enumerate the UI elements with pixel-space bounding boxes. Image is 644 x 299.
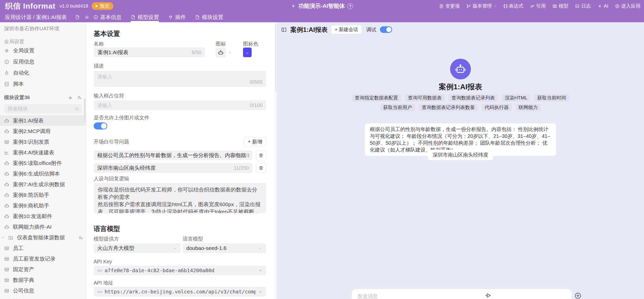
- upload-toggle[interactable]: [94, 122, 107, 130]
- robot-icon: [4, 203, 9, 208]
- gear-icon: [4, 48, 9, 53]
- collapse-panel-icon[interactable]: [281, 27, 287, 33]
- sidebar-module-case7[interactable]: 案例7:AI生成示例数据: [0, 179, 86, 190]
- menu-item-changes[interactable]: 变更项: [439, 3, 460, 9]
- menu-item-log[interactable]: 日志: [575, 3, 591, 9]
- opening-question-2[interactable]: 深圳市南山区南头经纬度 11/200: [94, 163, 252, 173]
- modules-section-header: 模块设置36: [4, 94, 82, 101]
- header-menu: 变更项 版本管理 { }表达式 引用 模型 日志 AI 进入应用: [439, 0, 640, 12]
- add-sort-icon[interactable]: [77, 95, 82, 100]
- sidebar: 深圳市基石协作UAT环境 全局设置 全局设置 应用信息 自动化 脚本 模块设置3…: [0, 22, 86, 299]
- sidebar-module-network-plugin[interactable]: 联网能力插件-AI: [0, 222, 86, 232]
- chat-input[interactable]: [357, 293, 557, 299]
- sidebar-module-data-dictionary[interactable]: 数据字典: [0, 275, 86, 285]
- chevron-down-icon[interactable]: [228, 51, 232, 55]
- sidebar-scrollbar[interactable]: [84, 99, 86, 123]
- sidebar-module-case8[interactable]: 案例8:简历助手: [0, 190, 86, 200]
- api-key-field[interactable]: <> a7fe0e78-da1e-4c82-bdae-a6b14200a80d: [94, 266, 266, 275]
- preview-button[interactable]: 预览: [92, 2, 113, 10]
- preview-panel: 案例1:AI报表 + 新建会话 调试 案例1:AI报表 查询指定数据表配置 查询…: [277, 22, 644, 299]
- delete-question-1-button[interactable]: [256, 150, 266, 160]
- tab-plugins[interactable]: 插件: [168, 12, 186, 22]
- app-logo: 织信 Informat: [5, 1, 55, 11]
- debug-label: 调试: [366, 26, 376, 33]
- icon-color-picker[interactable]: [243, 48, 252, 57]
- chevron-down-icon: [258, 268, 263, 273]
- sidebar-item-global-settings[interactable]: 全局设置: [0, 45, 86, 56]
- breadcrumb: 应用设计器 / 案例1:AI报表: [5, 12, 67, 22]
- input-placeholder-placeholder: 请输入: [97, 102, 250, 109]
- persona-textarea[interactable]: 你现在是织信低代码开发工程师，你可以结合织信数据表的数据去分析客户的需求 然后按…: [94, 183, 266, 213]
- sidebar-module-fixed-assets[interactable]: 固定资产: [0, 264, 86, 275]
- menu-item-reference[interactable]: 引用: [530, 3, 546, 9]
- sidebar-module-company-info[interactable]: 公司信息: [0, 285, 86, 296]
- sidebar-module-case6[interactable]: 案例6:生成织信脚本: [0, 168, 86, 179]
- sidebar-module-case3[interactable]: 案例3:识别发票: [0, 137, 86, 147]
- module-search-input[interactable]: [7, 106, 72, 112]
- sidebar-module-resume[interactable]: 简历: [0, 296, 86, 299]
- eject-icon[interactable]: [68, 95, 73, 100]
- sidebar-item-app-info[interactable]: 应用信息: [0, 56, 86, 67]
- sidebar-item-script[interactable]: 脚本: [0, 78, 86, 90]
- tab-model-settings[interactable]: 模型设置: [131, 12, 159, 22]
- sort-settings-icon[interactable]: [78, 235, 83, 240]
- description-textarea[interactable]: 请输入 0/500: [94, 71, 266, 87]
- sidebar-module-employees[interactable]: 员工: [0, 243, 86, 253]
- menu-item-version[interactable]: 版本管理: [466, 3, 497, 9]
- robot-icon: [4, 182, 9, 187]
- tab-module-settings[interactable]: 模块设置: [195, 12, 223, 22]
- menu-item-model[interactable]: 模型: [552, 3, 568, 9]
- icon-picker[interactable]: [216, 48, 226, 58]
- robot-icon: [4, 171, 9, 177]
- robot-icon: [218, 50, 224, 56]
- menu-item-expression[interactable]: { }表达式: [504, 3, 523, 9]
- modules-section-title: 模块设置36: [4, 94, 30, 101]
- sidebar-module-case10[interactable]: 案例10:发送邮件: [0, 211, 86, 222]
- caret-right-icon[interactable]: [1, 236, 5, 239]
- preview-title: 案例1:AI报表: [290, 26, 328, 34]
- scrollbar-thumb[interactable]: [275, 24, 276, 92]
- sidebar-module-salary-records[interactable]: 员工薪资发放记录: [0, 253, 86, 264]
- tab-basic-info[interactable]: 基本信息: [93, 12, 122, 22]
- name-input[interactable]: [97, 49, 192, 56]
- sidebar-module-case2[interactable]: 案例2:MCP调用: [0, 126, 86, 137]
- persona-label: 人设与回复逻辑: [94, 176, 266, 181]
- api-key-label: API Key: [94, 259, 266, 264]
- icon-color-label: 图标色: [243, 41, 258, 47]
- help-icon[interactable]: ?: [347, 3, 353, 9]
- page-icon[interactable]: [75, 15, 80, 20]
- sidebar-module-case4[interactable]: 案例4:AI快速建表: [0, 147, 86, 158]
- capability-tag: 查询可用数据表: [405, 94, 445, 102]
- sidebar-module-case5[interactable]: 案例5:读取office附件: [0, 158, 86, 168]
- provider-select[interactable]: 火山方舟大模型: [94, 243, 181, 253]
- sidebar-item-automation[interactable]: 自动化: [0, 67, 86, 78]
- api-url-field[interactable]: <> https://ark.cn-beijing.volces.com/api…: [94, 287, 266, 296]
- center-panel-scrollbar[interactable]: [275, 22, 277, 299]
- input-placeholder-field[interactable]: 请输入 0/100: [94, 100, 266, 110]
- delete-question-2-button[interactable]: [256, 163, 266, 173]
- icon-label: 图标: [216, 41, 232, 47]
- add-question-button[interactable]: + 新增: [244, 137, 266, 146]
- doc-icon: [439, 4, 444, 9]
- attach-plus-icon[interactable]: [574, 292, 582, 299]
- debug-toggle[interactable]: [380, 26, 392, 33]
- sidebar-module-case1[interactable]: 案例1:AI报表: [0, 115, 86, 126]
- suggested-prompt-location[interactable]: 深圳市南山区南头经纬度: [428, 150, 493, 160]
- menu-item-ai[interactable]: AI: [597, 3, 608, 9]
- version-label: v1.0 build418: [59, 3, 88, 9]
- page-icon: [131, 15, 136, 20]
- table-icon: [4, 256, 9, 262]
- sidebar-module-case9[interactable]: 案例9:商机助手: [0, 200, 86, 211]
- enter-app-icon: [615, 4, 620, 9]
- send-icon[interactable]: [485, 292, 492, 299]
- model-select[interactable]: doubao-seed-1.6: [183, 243, 266, 253]
- opening-question-1[interactable]: 140/200 根据公司员工的性别与年龄数据，生成一份分析报告。内容包括： 性别…: [94, 151, 252, 160]
- folder-plus-icon: [8, 235, 13, 240]
- sidebar-module-dashboard-source[interactable]: 仪表盘智能体源数据: [0, 232, 86, 243]
- chevron-down-icon: [258, 290, 263, 294]
- new-chat-button[interactable]: + 新建会话: [331, 25, 361, 34]
- outline-icon[interactable]: [85, 15, 90, 20]
- menu-item-enter-app[interactable]: 进入应用: [615, 3, 640, 9]
- description-counter: 0/500: [250, 79, 263, 85]
- capability-tag: 查询指定数据表配置: [352, 94, 401, 102]
